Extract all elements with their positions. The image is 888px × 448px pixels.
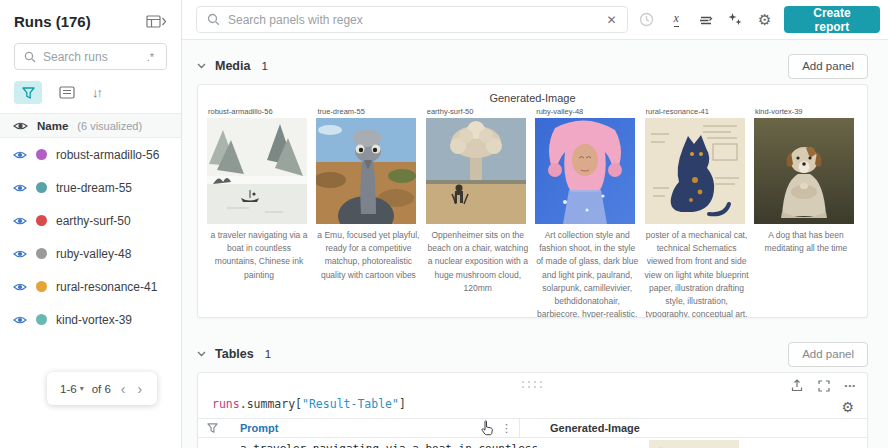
- x-axis-settings-icon[interactable]: x: [666, 12, 686, 26]
- workspace-topbar: ✕ x ⚙ Create report: [182, 0, 888, 40]
- run-color-dot: [36, 248, 47, 259]
- drag-handle[interactable]: [522, 381, 544, 388]
- query-var: runs: [212, 397, 240, 411]
- outliers-settings-icon[interactable]: [725, 13, 745, 26]
- media-panel-title: Generated-Image: [206, 92, 859, 104]
- media-section-header: Media 1 Add panel: [197, 48, 868, 84]
- panel-settings-gear-icon[interactable]: ⚙: [841, 399, 854, 415]
- image-caption: Art collection style and fashion shoot, …: [535, 229, 639, 318]
- sort-button[interactable]: ↓↑: [92, 85, 101, 100]
- runs-header: Runs (176): [0, 0, 181, 36]
- eye-icon[interactable]: [13, 249, 27, 259]
- generated-image-mechanical-cat[interactable]: [645, 118, 745, 224]
- eye-icon[interactable]: [13, 216, 27, 226]
- image-run-label: true-dream-55: [317, 107, 420, 116]
- run-row[interactable]: earthy-surf-50: [0, 204, 181, 237]
- eye-icon[interactable]: [13, 150, 27, 160]
- runs-search-input[interactable]: [43, 50, 140, 64]
- search-icon: [24, 51, 36, 63]
- run-row[interactable]: robust-armadillo-56: [0, 138, 181, 171]
- column-menu-icon[interactable]: ⋮: [501, 422, 519, 435]
- generated-image-meditating-dog[interactable]: [754, 118, 854, 224]
- generated-image-ink-painting[interactable]: [207, 118, 307, 224]
- regex-toggle[interactable]: .*: [147, 51, 157, 63]
- image-cell: earthy-surf-50 Oppenheimer sits on the: [426, 107, 530, 318]
- generated-image-panel: Generated-Image robust-armadillo-56 a: [197, 84, 868, 318]
- run-row[interactable]: true-dream-55: [0, 171, 181, 204]
- column-header-prompt[interactable]: Prompt ⋮: [226, 419, 520, 437]
- run-row[interactable]: kind-vortex-39: [0, 303, 181, 336]
- image-cell: robust-armadillo-56 a traveler navigatin…: [207, 107, 311, 318]
- media-section-label: Media: [215, 59, 250, 73]
- visualized-count: (6 visualized): [77, 120, 142, 132]
- image-cell: kind-vortex-39 A dog that: [754, 107, 858, 318]
- filter-button[interactable]: [14, 81, 42, 104]
- image-run-label: ruby-valley-48: [536, 107, 639, 116]
- table-filter-icon[interactable]: [198, 423, 226, 433]
- clear-search-icon[interactable]: ✕: [606, 13, 616, 27]
- eye-icon[interactable]: [13, 315, 27, 325]
- runs-toolbar: ↓↑: [0, 70, 181, 113]
- row-image-thumbnail[interactable]: [649, 440, 739, 448]
- panel-search-input[interactable]: [228, 13, 598, 27]
- row-gutter: [198, 438, 226, 448]
- create-report-button[interactable]: Create report: [784, 6, 880, 33]
- image-grid: robust-armadillo-56 a traveler navigatin…: [206, 107, 859, 318]
- prompt-cell[interactable]: a traveler navigating via a boat in coun…: [226, 438, 520, 448]
- image-cell: rural-resonance-41 poster of a mechanica…: [645, 107, 749, 318]
- page-range: 1-6: [60, 383, 77, 395]
- query-accessor: .summary[: [240, 397, 302, 411]
- panel-action-icons: •••: [791, 379, 856, 392]
- runs-pagination: 1-6 ▾ of 6 ‹ ›: [47, 372, 157, 405]
- more-options-icon[interactable]: •••: [845, 381, 856, 390]
- image-caption: poster of a mechanical cat, technical Sc…: [645, 229, 749, 318]
- run-name: robust-armadillo-56: [56, 148, 159, 162]
- image-cell: ruby-valley-48 Art collection style and …: [535, 107, 639, 318]
- table-header-row: Prompt ⋮ Generated-Image: [198, 418, 867, 438]
- run-list: robust-armadillo-56 true-dream-55 earthy…: [0, 138, 181, 336]
- settings-gear-icon[interactable]: ⚙: [754, 11, 774, 29]
- run-color-dot: [36, 215, 47, 226]
- page-range-dropdown[interactable]: 1-6 ▾: [60, 383, 84, 395]
- name-header-label: Name: [37, 120, 68, 132]
- run-color-dot: [36, 314, 47, 325]
- eye-icon[interactable]: [13, 282, 27, 292]
- export-icon[interactable]: [791, 379, 803, 392]
- tables-section-header: Tables 1 Add panel: [197, 336, 868, 372]
- chevron-down-icon[interactable]: [197, 63, 206, 69]
- image-caption: Oppenheimer sits on the beach on a chair…: [426, 229, 530, 295]
- generated-image-cell: [520, 438, 867, 448]
- page-total: of 6: [92, 383, 111, 395]
- generated-image-mushroom-cloud[interactable]: [426, 118, 526, 224]
- visibility-eye-icon[interactable]: [13, 121, 28, 131]
- query-close: ]: [399, 397, 406, 411]
- smoothing-settings-icon[interactable]: [695, 14, 715, 26]
- tables-add-panel-button[interactable]: Add panel: [788, 342, 868, 367]
- column-header-generated-image[interactable]: Generated-Image: [520, 422, 867, 434]
- expand-table-icon[interactable]: [146, 15, 167, 28]
- caret-down-icon: ▾: [80, 384, 84, 393]
- runs-sidebar: Runs (176) .* ↓↑ Name (6 visualized): [0, 0, 182, 448]
- image-run-label: earthy-surf-50: [427, 107, 530, 116]
- filter-icon: [22, 87, 35, 99]
- prev-page-button[interactable]: ‹: [119, 381, 128, 397]
- notes-button[interactable]: [59, 86, 75, 99]
- panel-query-expression[interactable]: runs.summary["Result-Table"]: [212, 397, 853, 411]
- query-string: "Result-Table": [302, 397, 399, 411]
- generated-image-emu[interactable]: [316, 118, 416, 224]
- chevron-down-icon[interactable]: [197, 351, 206, 357]
- fullscreen-icon[interactable]: [818, 380, 830, 392]
- image-caption: a Emu, focused yet playful, ready for a …: [316, 229, 420, 282]
- search-history-icon[interactable]: [637, 12, 657, 27]
- run-color-dot: [36, 281, 47, 292]
- run-row[interactable]: ruby-valley-48: [0, 237, 181, 270]
- media-add-panel-button[interactable]: Add panel: [788, 54, 868, 79]
- table-row: a traveler navigating via a boat in coun…: [198, 438, 867, 448]
- eye-icon[interactable]: [13, 183, 27, 193]
- panel-search-box: ✕: [196, 6, 628, 33]
- run-row[interactable]: rural-resonance-41: [0, 270, 181, 303]
- run-name: earthy-surf-50: [56, 214, 131, 228]
- run-name: true-dream-55: [56, 181, 132, 195]
- generated-image-pink-fashion[interactable]: [535, 118, 635, 224]
- next-page-button[interactable]: ›: [136, 381, 145, 397]
